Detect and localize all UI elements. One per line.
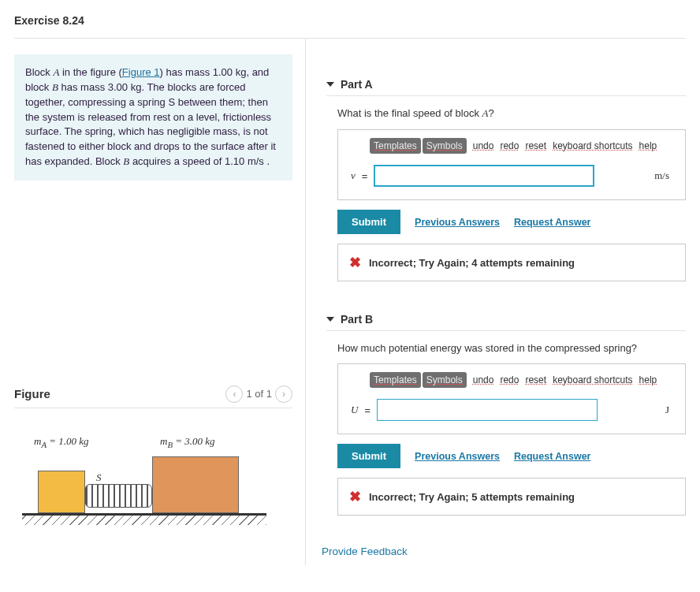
problem-statement: Block A in the figure (Figure 1) has mas…	[14, 54, 292, 181]
symbols-button[interactable]: Symbols	[423, 138, 467, 154]
collapse-icon	[326, 317, 334, 322]
pager-next-button[interactable]: ›	[275, 385, 292, 403]
block-a-shape	[38, 471, 85, 513]
request-answer-link[interactable]: Request Answer	[514, 217, 590, 228]
pager-label: 1 of 1	[246, 388, 272, 400]
diagram: mA = 1.00 kg mB = 3.00 kg S	[22, 435, 266, 522]
figure-link[interactable]: Figure 1	[122, 66, 160, 78]
keyboard-shortcuts-button[interactable]: keyboard shortcuts	[553, 140, 632, 151]
text: Block	[25, 66, 53, 78]
block-b-shape	[152, 456, 239, 513]
exercise-title: Exercise 8.24	[14, 8, 686, 39]
templates-button[interactable]: Templates	[370, 372, 421, 388]
reset-button[interactable]: reset	[525, 140, 546, 151]
incorrect-icon: ✖	[349, 254, 361, 271]
incorrect-icon: ✖	[349, 488, 361, 505]
symbols-button[interactable]: Symbols	[423, 372, 467, 388]
part-a-label: Part A	[341, 78, 373, 91]
var-S: S	[168, 96, 175, 108]
part-a-question: What is the final speed of block A?	[337, 107, 686, 120]
part-a-actions: Submit Previous Answers Request Answer	[337, 210, 686, 234]
keyboard-shortcuts-button[interactable]: keyboard shortcuts	[553, 374, 632, 385]
templates-button[interactable]: Templates	[370, 138, 421, 154]
label-spring: S	[96, 471, 102, 484]
equation-toolbar: Templates Symbols undo redo reset keyboa…	[348, 138, 676, 160]
help-button[interactable]: help	[639, 140, 657, 151]
collapse-icon	[326, 82, 334, 87]
m-symbol: m	[34, 435, 41, 447]
provide-feedback-link[interactable]: Provide Feedback	[322, 545, 686, 557]
part-b-actions: Submit Previous Answers Request Answer	[337, 444, 686, 468]
variable-u: U	[348, 404, 358, 416]
figure-pager: ‹ 1 of 1 ›	[225, 385, 292, 403]
part-b-header[interactable]: Part B	[326, 313, 686, 331]
var-B: B	[52, 81, 58, 93]
undo-button[interactable]: undo	[473, 140, 494, 151]
part-b-unit: J	[665, 404, 676, 416]
part-b-answer-panel: Templates Symbols undo redo reset keyboa…	[337, 363, 686, 434]
speed-b-value: 1.10 m/s	[225, 155, 264, 167]
label-mass-b: mB = 3.00 kg	[160, 435, 215, 449]
text: has mass	[58, 81, 108, 93]
var-A: A	[482, 107, 489, 119]
previous-answers-link[interactable]: Previous Answers	[415, 451, 500, 462]
reset-button[interactable]: reset	[525, 374, 546, 385]
right-column: Part A What is the final speed of block …	[306, 39, 686, 565]
part-b-question: How much potential energy was stored in …	[337, 342, 686, 354]
spring-shape	[85, 484, 152, 508]
floor-shape	[22, 513, 266, 516]
variable-v: v	[348, 169, 356, 182]
undo-button[interactable]: undo	[473, 374, 494, 385]
part-b: Part B How much potential energy was sto…	[318, 313, 686, 523]
feedback-text: Incorrect; Try Again; 4 attempts remaini…	[369, 257, 575, 269]
text: in the figure (	[59, 66, 122, 78]
feedback-text: Incorrect; Try Again; 5 attempts remaini…	[369, 491, 575, 503]
mass-a-text: = 1.00 kg	[47, 435, 89, 447]
redo-button[interactable]: redo	[500, 140, 519, 151]
part-b-answer-input[interactable]	[377, 399, 598, 421]
equals: =	[364, 404, 370, 416]
part-b-feedback: ✖ Incorrect; Try Again; 5 attempts remai…	[337, 478, 686, 516]
mass-a-value: 1.00 kg	[213, 66, 247, 78]
help-button[interactable]: help	[639, 374, 657, 385]
request-answer-link[interactable]: Request Answer	[514, 451, 590, 462]
mass-b-text: = 3.00 kg	[173, 435, 215, 447]
figure-area: mA = 1.00 kg mB = 3.00 kg S	[14, 408, 292, 530]
label-mass-a: mA = 1.00 kg	[34, 435, 89, 449]
redo-button[interactable]: redo	[500, 374, 519, 385]
figure-title: Figure	[14, 387, 50, 400]
figure-header: Figure ‹ 1 of 1 ›	[14, 385, 292, 408]
part-b-input-row: U = J	[348, 399, 676, 421]
part-a-header[interactable]: Part A	[326, 78, 686, 96]
part-b-label: Part B	[341, 313, 373, 326]
submit-button[interactable]: Submit	[337, 444, 400, 468]
text: ) has mass	[160, 66, 213, 78]
part-a-answer-input[interactable]	[374, 165, 594, 187]
part-a-unit: m/s	[654, 169, 676, 182]
part-a: Part A What is the final speed of block …	[318, 78, 686, 289]
part-a-input-row: v = m/s	[348, 165, 676, 187]
part-a-feedback: ✖ Incorrect; Try Again; 4 attempts remai…	[337, 244, 686, 281]
left-column: Block A in the figure (Figure 1) has mas…	[14, 39, 306, 565]
mass-b-value: 3.00 kg	[108, 81, 142, 93]
part-a-answer-panel: Templates Symbols undo redo reset keyboa…	[337, 129, 686, 200]
text: acquires a speed of	[129, 155, 225, 167]
submit-button[interactable]: Submit	[337, 210, 400, 234]
m-symbol: m	[160, 435, 167, 447]
pager-prev-button[interactable]: ‹	[225, 385, 243, 403]
text: ?	[489, 107, 494, 119]
equals: =	[362, 170, 368, 182]
text: What is the final speed of block	[337, 107, 482, 119]
equation-toolbar: Templates Symbols undo redo reset keyboa…	[348, 372, 676, 394]
previous-answers-link[interactable]: Previous Answers	[415, 217, 500, 228]
text: .	[264, 155, 270, 167]
